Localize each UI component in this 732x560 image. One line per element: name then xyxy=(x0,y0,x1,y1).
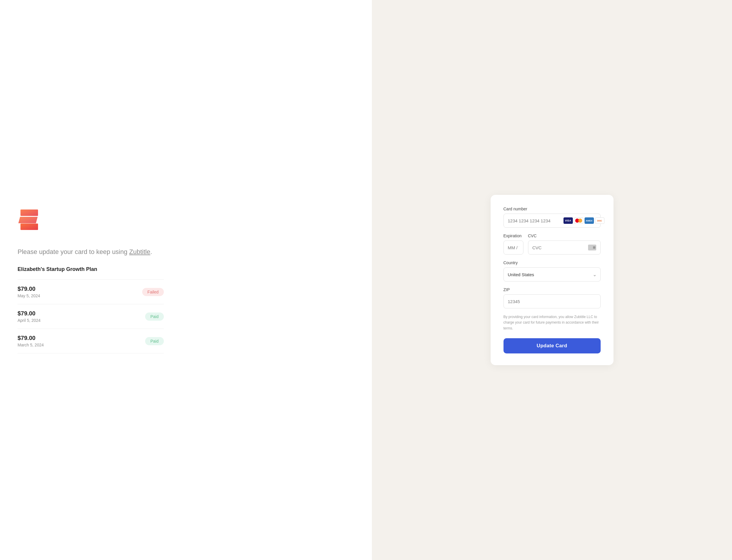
zubtitle-logo xyxy=(18,207,44,233)
zip-input[interactable] xyxy=(504,294,601,308)
plan-title: Elizabeth's Startup Growth Plan xyxy=(18,266,354,272)
card-number-input-wrapper[interactable]: VISA AMEX DISC xyxy=(504,214,601,228)
update-card-button[interactable]: Update Card xyxy=(504,338,601,353)
cvc-label: CVC xyxy=(528,233,601,238)
amex-icon: AMEX xyxy=(585,217,594,224)
svg-rect-2 xyxy=(20,224,38,230)
invoice-date: March 5, 2024 xyxy=(18,343,44,347)
invoice-details: $79.00 May 5, 2024 xyxy=(18,286,40,298)
card-form: Card number VISA AMEX DISC Expiration xyxy=(491,195,614,365)
zip-group: ZIP xyxy=(504,287,601,308)
brand-link[interactable]: Zubtitle xyxy=(129,248,150,255)
discover-icon: DISC xyxy=(595,217,604,224)
invoice-details: $79.00 March 5, 2024 xyxy=(18,335,44,347)
zip-label: ZIP xyxy=(504,287,601,292)
logo-container xyxy=(18,207,354,234)
cvc-group: CVC xyxy=(528,233,601,255)
expiration-group: Expiration xyxy=(504,233,523,255)
invoice-item: $79.00 March 5, 2024 Paid xyxy=(18,329,164,353)
invoice-date: April 5, 2024 xyxy=(18,318,41,323)
invoice-amount: $79.00 xyxy=(18,286,40,292)
invoice-item: $79.00 May 5, 2024 Failed xyxy=(18,279,164,304)
cvc-input-wrapper[interactable] xyxy=(528,241,601,255)
card-number-group: Card number VISA AMEX DISC xyxy=(504,207,601,228)
card-number-input[interactable] xyxy=(508,218,563,223)
update-message: Please update your card to keep using Zu… xyxy=(18,248,354,256)
visa-icon: VISA xyxy=(563,217,573,224)
country-label: Country xyxy=(504,260,601,265)
expiration-cvc-row: Expiration CVC xyxy=(504,233,601,260)
svg-rect-0 xyxy=(20,209,38,216)
svg-marker-1 xyxy=(18,217,38,223)
right-panel: Card number VISA AMEX DISC Expiration xyxy=(372,0,732,560)
invoice-date: May 5, 2024 xyxy=(18,293,40,298)
status-badge: Paid xyxy=(145,312,164,321)
invoice-amount: $79.00 xyxy=(18,310,41,317)
expiration-label: Expiration xyxy=(504,233,523,238)
invoice-item: $79.00 April 5, 2024 Paid xyxy=(18,304,164,329)
invoice-amount: $79.00 xyxy=(18,335,44,341)
status-badge: Failed xyxy=(142,288,164,296)
expiration-input[interactable] xyxy=(504,241,523,255)
left-panel: Please update your card to keep using Zu… xyxy=(0,0,372,560)
mastercard-icon xyxy=(574,217,583,224)
invoice-details: $79.00 April 5, 2024 xyxy=(18,310,41,323)
country-select-wrapper: United States Canada United Kingdom Aust… xyxy=(504,267,601,281)
cvc-input[interactable] xyxy=(532,245,588,250)
card-number-label: Card number xyxy=(504,207,601,211)
terms-text: By providing your card information, you … xyxy=(504,314,601,331)
cvc-card-icon xyxy=(588,245,596,250)
card-brand-icons: VISA AMEX DISC xyxy=(563,217,604,224)
country-select[interactable]: United States Canada United Kingdom Aust… xyxy=(504,267,601,281)
status-badge: Paid xyxy=(145,337,164,345)
country-group: Country United States Canada United King… xyxy=(504,260,601,281)
invoice-list: $79.00 May 5, 2024 Failed $79.00 April 5… xyxy=(18,279,164,353)
